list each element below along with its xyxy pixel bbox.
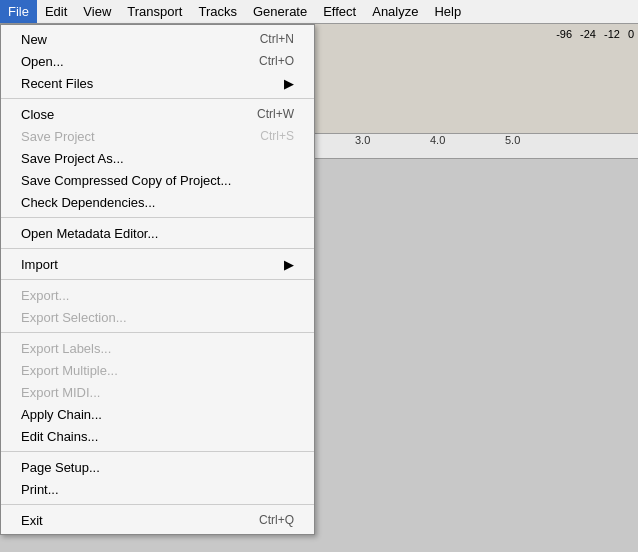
menubar-item-help[interactable]: Help (426, 0, 469, 23)
menu-separator (1, 248, 314, 249)
menu-item-close[interactable]: CloseCtrl+W (1, 103, 314, 125)
menu-item-label: Save Project (21, 129, 95, 144)
menu-item-import[interactable]: Import▶ (1, 253, 314, 275)
menubar: FileEditViewTransportTracksGenerateEffec… (0, 0, 638, 24)
menubar-item-view[interactable]: View (75, 0, 119, 23)
vu-meter-label: -96-24-120 (556, 28, 634, 40)
menu-item-label: Check Dependencies... (21, 195, 155, 210)
menu-separator (1, 451, 314, 452)
menu-item-label: Export Selection... (21, 310, 127, 325)
ruler-tick-5: 5.0 (505, 134, 520, 146)
menu-item-label: Save Project As... (21, 151, 124, 166)
menubar-item-effect[interactable]: Effect (315, 0, 364, 23)
menu-item-export-midi---: Export MIDI... (1, 381, 314, 403)
menubar-item-generate[interactable]: Generate (245, 0, 315, 23)
menu-item-recent-files[interactable]: Recent Files▶ (1, 72, 314, 94)
menu-item-label: Recent Files (21, 76, 93, 91)
menu-separator (1, 279, 314, 280)
menu-item-shortcut: Ctrl+Q (259, 513, 294, 527)
menu-item-label: Export Labels... (21, 341, 111, 356)
ruler-tick-3: 3.0 (355, 134, 370, 146)
menu-item-export-selection---: Export Selection... (1, 306, 314, 328)
menu-item-open---[interactable]: Open...Ctrl+O (1, 50, 314, 72)
menu-item-label: Open Metadata Editor... (21, 226, 158, 241)
menu-item-shortcut: Ctrl+N (260, 32, 294, 46)
menu-item-export---: Export... (1, 284, 314, 306)
file-dropdown-menu: NewCtrl+NOpen...Ctrl+ORecent Files▶Close… (0, 24, 315, 535)
menu-item-export-labels---: Export Labels... (1, 337, 314, 359)
menu-item-label: Edit Chains... (21, 429, 98, 444)
menu-item-export-multiple---: Export Multiple... (1, 359, 314, 381)
menu-item-check-dependencies---[interactable]: Check Dependencies... (1, 191, 314, 213)
menubar-item-edit[interactable]: Edit (37, 0, 75, 23)
menu-separator (1, 98, 314, 99)
menu-item-label: Export MIDI... (21, 385, 100, 400)
menu-item-label: Export... (21, 288, 69, 303)
menu-item-apply-chain---[interactable]: Apply Chain... (1, 403, 314, 425)
submenu-arrow-icon: ▶ (284, 76, 294, 91)
menu-item-label: New (21, 32, 47, 47)
menu-item-shortcut: Ctrl+W (257, 107, 294, 121)
menu-item-save-project: Save ProjectCtrl+S (1, 125, 314, 147)
menu-item-exit[interactable]: ExitCtrl+Q (1, 509, 314, 531)
menubar-item-analyze[interactable]: Analyze (364, 0, 426, 23)
menubar-item-transport[interactable]: Transport (119, 0, 190, 23)
menu-item-label: Import (21, 257, 58, 272)
menu-item-edit-chains---[interactable]: Edit Chains... (1, 425, 314, 447)
menu-item-label: Export Multiple... (21, 363, 118, 378)
menu-item-shortcut: Ctrl+S (260, 129, 294, 143)
menu-item-print---[interactable]: Print... (1, 478, 314, 500)
menu-item-page-setup---[interactable]: Page Setup... (1, 456, 314, 478)
menubar-item-tracks[interactable]: Tracks (190, 0, 245, 23)
menu-separator (1, 217, 314, 218)
menu-separator (1, 504, 314, 505)
menu-item-new[interactable]: NewCtrl+N (1, 28, 314, 50)
menu-item-label: Close (21, 107, 54, 122)
menu-item-shortcut: Ctrl+O (259, 54, 294, 68)
ruler-tick-4: 4.0 (430, 134, 445, 146)
menu-item-label: Apply Chain... (21, 407, 102, 422)
menu-item-label: Open... (21, 54, 64, 69)
menu-item-label: Page Setup... (21, 460, 100, 475)
menubar-item-file[interactable]: File (0, 0, 37, 23)
menu-item-label: Print... (21, 482, 59, 497)
menu-item-open-metadata-editor---[interactable]: Open Metadata Editor... (1, 222, 314, 244)
menu-item-label: Exit (21, 513, 43, 528)
menu-separator (1, 332, 314, 333)
submenu-arrow-icon: ▶ (284, 257, 294, 272)
menu-item-label: Save Compressed Copy of Project... (21, 173, 231, 188)
menu-item-save-compressed-copy-of-project---[interactable]: Save Compressed Copy of Project... (1, 169, 314, 191)
menu-item-save-project-as---[interactable]: Save Project As... (1, 147, 314, 169)
